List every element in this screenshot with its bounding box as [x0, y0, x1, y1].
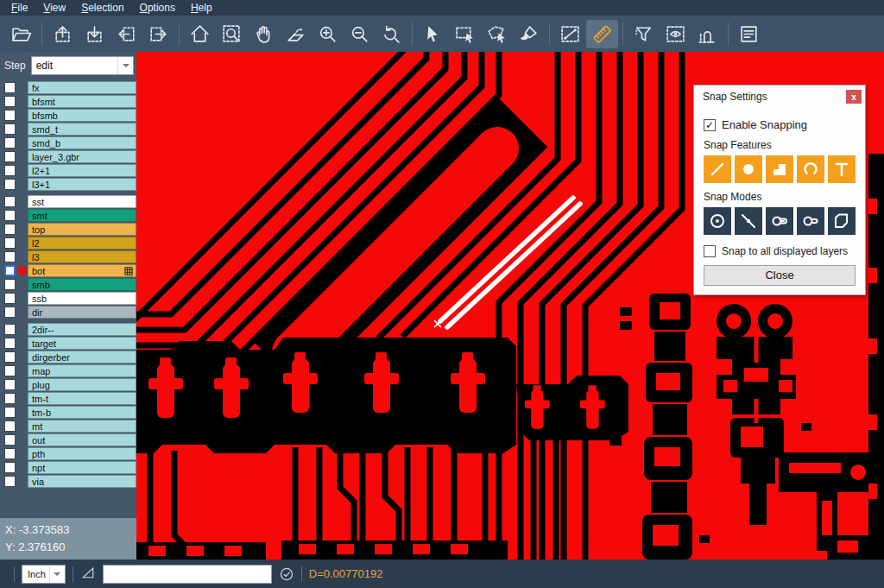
- layer-row-layer_3.gbr[interactable]: layer_3.gbr: [0, 150, 136, 163]
- import-down-button[interactable]: [79, 20, 110, 48]
- layer-name[interactable]: top: [28, 223, 136, 236]
- layer-name[interactable]: smd_b: [28, 136, 136, 149]
- layer-checkbox[interactable]: [4, 420, 16, 432]
- enable-snapping-row[interactable]: ✓ Enable Snapping: [704, 118, 856, 131]
- filter-button[interactable]: [628, 20, 660, 48]
- import-up-button[interactable]: [47, 20, 79, 48]
- layer-checkbox[interactable]: [4, 165, 16, 176]
- layer-row-l3+1[interactable]: l3+1: [0, 178, 136, 191]
- zoom-in-button[interactable]: [312, 20, 344, 48]
- layer-name[interactable]: bfsmt: [28, 95, 136, 108]
- step-combobox[interactable]: edit: [31, 56, 134, 75]
- layer-row-l2+1[interactable]: l2+1: [0, 164, 136, 177]
- layer-row-fx[interactable]: fx: [0, 81, 136, 94]
- grid-icon[interactable]: [124, 267, 133, 275]
- layer-row-sst[interactable]: sst: [0, 195, 136, 208]
- layer-checkbox[interactable]: [4, 123, 16, 135]
- menu-view[interactable]: View: [35, 1, 73, 15]
- snap-mode-contour-button[interactable]: [828, 207, 856, 235]
- layer-name[interactable]: smb: [28, 278, 136, 291]
- layer-checkbox[interactable]: [4, 324, 16, 335]
- zoom-previous-button[interactable]: [376, 20, 407, 48]
- layer-name[interactable]: tm-b: [28, 406, 136, 419]
- layer-row-smt[interactable]: smt: [0, 209, 136, 222]
- layer-row-bfsmt[interactable]: bfsmt: [0, 95, 136, 108]
- layer-name[interactable]: target: [28, 337, 136, 350]
- enable-snapping-checkbox[interactable]: ✓: [704, 119, 716, 131]
- layer-name[interactable]: bot: [28, 264, 136, 277]
- layer-checkbox[interactable]: [4, 210, 16, 221]
- chevron-down-icon[interactable]: [117, 57, 133, 74]
- layer-row-target[interactable]: target: [0, 337, 136, 350]
- close-button[interactable]: Close: [704, 265, 856, 286]
- layer-name[interactable]: map: [28, 364, 136, 377]
- layer-row-dir[interactable]: dir: [0, 306, 136, 319]
- layer-name[interactable]: l3+1: [28, 178, 136, 191]
- layer-row-smb[interactable]: smb: [0, 278, 136, 291]
- select-pointer-button[interactable]: [417, 20, 449, 48]
- layer-row-npt[interactable]: npt: [0, 461, 136, 474]
- layer-name[interactable]: smd_t: [28, 123, 136, 136]
- measure-input[interactable]: [103, 565, 272, 584]
- layer-name[interactable]: plug: [28, 378, 136, 391]
- layer-checkbox[interactable]: [4, 379, 16, 390]
- snap-feature-pad-button[interactable]: [735, 155, 762, 183]
- menu-options[interactable]: Options: [132, 1, 183, 15]
- snap-feature-surface-button[interactable]: [766, 155, 793, 183]
- layer-name[interactable]: tm-t: [28, 392, 136, 405]
- layer-row-tm-b[interactable]: tm-b: [0, 406, 136, 419]
- layer-checkbox[interactable]: [4, 293, 16, 304]
- measure-points-button[interactable]: [554, 20, 586, 48]
- close-icon[interactable]: x: [846, 90, 862, 104]
- report-list-button[interactable]: [733, 20, 765, 48]
- select-rectangle-button[interactable]: [449, 20, 481, 48]
- layer-row-dirgerber[interactable]: dirgerber: [0, 351, 136, 364]
- layer-checkbox[interactable]: [4, 307, 16, 318]
- layer-checkbox[interactable]: [4, 179, 16, 190]
- snap-feature-text-button[interactable]: [828, 155, 856, 183]
- zoom-home-button[interactable]: [184, 20, 216, 48]
- snap-mode-midpoint-button[interactable]: [735, 207, 762, 235]
- layer-name[interactable]: npt: [28, 461, 136, 474]
- layer-checkbox[interactable]: [4, 151, 16, 162]
- layer-name[interactable]: l2+1: [28, 164, 136, 177]
- layer-checkbox[interactable]: [4, 265, 16, 276]
- layer-row-bfsmb[interactable]: bfsmb: [0, 109, 136, 122]
- layer-checkbox[interactable]: [4, 251, 16, 262]
- layer-row-tm-t[interactable]: tm-t: [0, 392, 136, 405]
- angle-mode-icon[interactable]: [80, 565, 96, 584]
- layer-name[interactable]: pth: [28, 447, 136, 460]
- layer-checkbox[interactable]: [4, 196, 16, 207]
- measure-ruler-button[interactable]: [586, 20, 618, 48]
- import-right-button[interactable]: [142, 20, 174, 48]
- layer-row-out[interactable]: out: [0, 433, 136, 446]
- layer-checkbox[interactable]: [4, 351, 16, 363]
- chevron-down-icon[interactable]: [49, 566, 65, 583]
- layer-checkbox[interactable]: [4, 224, 16, 235]
- menu-file[interactable]: File: [3, 1, 35, 15]
- layer-name[interactable]: sst: [28, 195, 136, 208]
- clear-selection-button[interactable]: [513, 20, 545, 48]
- layer-checkbox[interactable]: [4, 365, 16, 376]
- zoom-out-button[interactable]: [344, 20, 376, 48]
- layer-name[interactable]: l3: [28, 250, 136, 263]
- layer-checkbox[interactable]: [4, 462, 16, 473]
- layer-row-mt[interactable]: mt: [0, 420, 136, 433]
- layer-checkbox[interactable]: [4, 110, 16, 121]
- import-left-button[interactable]: [110, 20, 142, 48]
- layer-name[interactable]: mt: [28, 420, 136, 433]
- layer-checkbox[interactable]: [4, 434, 16, 446]
- layer-checkbox[interactable]: [4, 82, 16, 93]
- layer-name[interactable]: layer_3.gbr: [28, 150, 136, 163]
- layer-row-l3[interactable]: l3: [0, 250, 136, 263]
- layer-name[interactable]: dir: [28, 306, 136, 319]
- zoom-window-button[interactable]: [216, 20, 248, 48]
- open-file-button[interactable]: [5, 20, 37, 48]
- pan-hand-button[interactable]: [248, 20, 280, 48]
- unit-combobox[interactable]: Inch: [22, 565, 66, 584]
- snap-feature-arc-button[interactable]: [797, 155, 824, 183]
- snap-mode-slot-center-button[interactable]: [766, 207, 793, 235]
- layer-checkbox[interactable]: [4, 96, 16, 107]
- layer-row-pth[interactable]: pth: [0, 447, 136, 460]
- layer-name[interactable]: via: [28, 475, 136, 488]
